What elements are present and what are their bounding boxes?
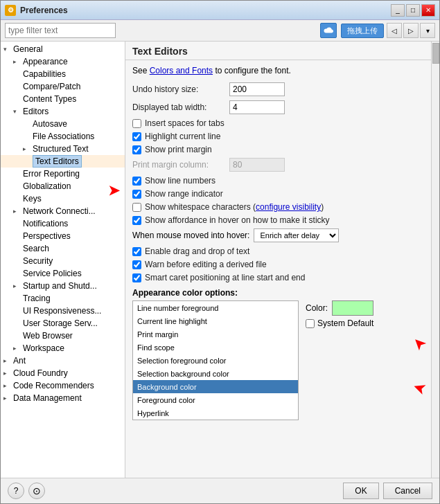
sidebar-item-web-browser[interactable]: Web Browser: [1, 330, 125, 342]
sidebar-item-tracing[interactable]: Tracing: [1, 292, 125, 305]
nav-back-button[interactable]: ◁: [387, 23, 402, 38]
color-item-current-line[interactable]: Current line highlight: [133, 314, 298, 327]
sidebar-item-structured-text[interactable]: Structured Text: [1, 143, 125, 155]
info-button[interactable]: ⊙: [28, 483, 45, 499]
sidebar-item-perspectives-label: Perspectives: [23, 231, 71, 241]
show-range-checkbox[interactable]: [132, 190, 141, 199]
sidebar-item-search[interactable]: Search: [1, 242, 125, 255]
color-item-print-margin[interactable]: Print margin: [133, 327, 298, 341]
minimize-button[interactable]: _: [391, 4, 405, 17]
enable-drag-checkbox[interactable]: [132, 247, 141, 256]
sidebar-item-general[interactable]: General: [1, 43, 125, 55]
sidebar-item-ui-responsiveness[interactable]: UI Responsiveness...: [1, 305, 125, 317]
sidebar-item-workspace[interactable]: Workspace: [1, 342, 125, 354]
show-affordance-checkbox[interactable]: [132, 216, 141, 225]
print-margin-label: Print margin column:: [132, 160, 229, 170]
sidebar-item-startup-label: Startup and Shutd...: [23, 281, 97, 291]
sidebar-item-globalization[interactable]: Globalization: [1, 180, 125, 192]
colors-and-fonts-link[interactable]: Colors and Fonts: [150, 66, 213, 75]
sidebar-item-autosave[interactable]: Autosave: [1, 118, 125, 130]
sidebar-item-web-browser-label: Web Browser: [23, 331, 73, 341]
sidebar-item-service-policies[interactable]: Service Policies: [1, 267, 125, 280]
ok-button[interactable]: OK: [343, 483, 378, 499]
sidebar-item-network[interactable]: Network Connecti...: [1, 205, 125, 217]
sidebar-item-ui-responsiveness-label: UI Responsiveness...: [23, 306, 101, 316]
show-affordance-row: Show affordance in hover on how to make …: [132, 215, 424, 225]
description-line: See Colors and Fonts to configure the fo…: [132, 66, 424, 75]
sidebar-item-user-storage[interactable]: User Storage Serv...: [1, 317, 125, 330]
window-icon: ⚙: [5, 5, 16, 16]
color-item-hyperlink[interactable]: Hyperlink: [133, 406, 298, 420]
highlight-current-checkbox[interactable]: [132, 132, 141, 141]
sidebar-item-compare-patch[interactable]: Compare/Patch: [1, 80, 125, 93]
filter-input[interactable]: [5, 23, 116, 38]
help-button[interactable]: ?: [8, 483, 24, 499]
color-item-find-scope[interactable]: Find scope: [133, 341, 298, 354]
color-item-foreground[interactable]: Foreground color: [133, 393, 298, 406]
sidebar-item-security[interactable]: Security: [1, 255, 125, 267]
show-line-numbers-label: Show line numbers: [145, 176, 215, 186]
sidebar-item-content-types[interactable]: Content Types: [1, 93, 125, 105]
sidebar-item-file-associations[interactable]: File Associations: [1, 130, 125, 143]
color-item-line-number-fg[interactable]: Line number foreground: [133, 301, 298, 314]
right-scrollbar[interactable]: [431, 42, 439, 478]
arrow-network: [13, 208, 23, 215]
undo-history-row: Undo history size:: [132, 82, 424, 96]
sidebar-item-editors-label: Editors: [23, 107, 49, 116]
hover-select[interactable]: Enrich after delay Enrich immediately Ne…: [254, 228, 339, 242]
sidebar-item-ant[interactable]: Ant: [1, 354, 125, 367]
show-whitespace-checkbox[interactable]: [132, 203, 141, 212]
sidebar-item-editors[interactable]: Editors: [1, 105, 125, 118]
arrow-appearance: [13, 58, 23, 65]
cancel-button[interactable]: Cancel: [383, 483, 432, 499]
color-list[interactable]: Line number foreground Current line high…: [132, 300, 299, 420]
color-item-selection-fg[interactable]: Selection foreground color: [133, 354, 298, 367]
panel-header: Text Editors: [125, 42, 431, 60]
nav-dropdown-button[interactable]: ▾: [420, 23, 435, 38]
color-item-background[interactable]: Background color: [133, 380, 298, 393]
show-line-numbers-checkbox[interactable]: [132, 177, 141, 186]
sidebar-item-capabilities[interactable]: Capabilities: [1, 68, 125, 80]
sidebar-item-data-management-label: Data Management: [13, 393, 82, 403]
maximize-button[interactable]: □: [406, 4, 420, 17]
sidebar-item-notifications[interactable]: Notifications: [1, 217, 125, 230]
sidebar-item-error-reporting[interactable]: Error Reporting: [1, 168, 125, 180]
arrow-data-management: [3, 395, 13, 402]
sidebar-item-security-label: Security: [23, 256, 53, 266]
sidebar-item-cloud-foundry-label: Cloud Foundry: [13, 368, 68, 378]
tab-width-input[interactable]: [229, 100, 285, 114]
color-item-selection-bg[interactable]: Selection background color: [133, 367, 298, 380]
configure-visibility-link[interactable]: configure visibility: [256, 202, 321, 212]
sidebar-item-startup[interactable]: Startup and Shutd...: [1, 280, 125, 292]
sidebar-item-keys-label: Keys: [23, 194, 42, 204]
system-default-checkbox[interactable]: [306, 319, 315, 328]
sidebar-item-structured-text-label: Structured Text: [33, 144, 88, 154]
smart-caret-checkbox[interactable]: [132, 273, 141, 282]
arrow-general: [3, 46, 13, 53]
sidebar-item-data-management[interactable]: Data Management: [1, 392, 125, 404]
warn-before-checkbox[interactable]: [132, 260, 141, 269]
nav-forward-button[interactable]: ▷: [403, 23, 419, 38]
sidebar-item-ant-label: Ant: [13, 356, 26, 366]
show-affordance-label: Show affordance in hover on how to make …: [145, 215, 330, 225]
sidebar-item-text-editors[interactable]: Text Editors: [1, 155, 125, 168]
sidebar-item-code-recommenders[interactable]: Code Recommenders: [1, 379, 125, 392]
sidebar-item-appearance-label: Appearance: [23, 57, 68, 66]
color-swatch[interactable]: [332, 300, 373, 316]
panel-content: See Colors and Fonts to configure the fo…: [125, 60, 431, 478]
window-title: Preferences: [20, 6, 391, 15]
undo-history-input[interactable]: [229, 82, 285, 96]
sidebar-item-appearance[interactable]: Appearance: [1, 55, 125, 68]
print-margin-input[interactable]: [229, 158, 285, 172]
sidebar-item-keys[interactable]: Keys: [1, 192, 125, 205]
main-area: General Appearance Capabilities Compare/…: [1, 42, 439, 478]
insert-spaces-checkbox[interactable]: [132, 119, 141, 128]
cloud-upload-button[interactable]: 拖拽上传: [341, 24, 384, 38]
sidebar-item-perspectives[interactable]: Perspectives: [1, 230, 125, 242]
arrow-editors: [13, 108, 23, 115]
close-button[interactable]: ✕: [421, 4, 435, 17]
sidebar-item-cloud-foundry[interactable]: Cloud Foundry: [1, 367, 125, 379]
arrow-ant: [3, 357, 13, 364]
show-print-checkbox[interactable]: [132, 145, 141, 154]
hover-row: When mouse moved into hover: Enrich afte…: [132, 228, 424, 242]
